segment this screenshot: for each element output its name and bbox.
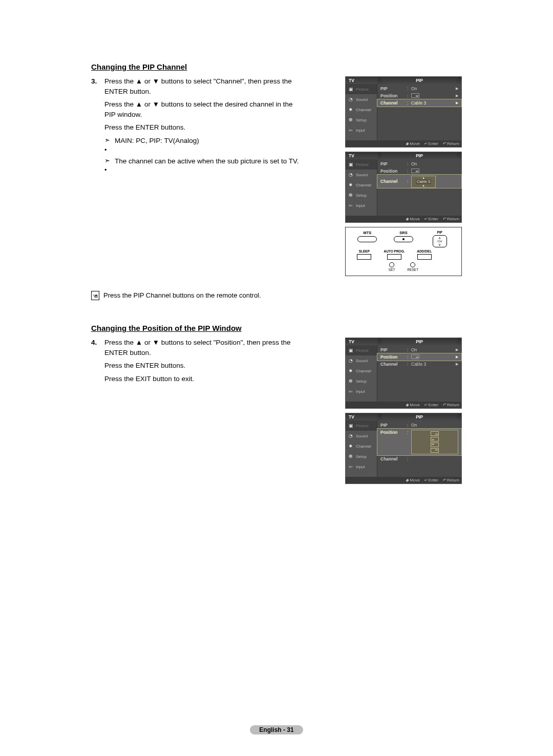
osd-header-title: PIP — [377, 152, 461, 159]
nav-setup[interactable]: ❁Setup — [346, 190, 377, 200]
chevron-right-icon: ▶ — [456, 101, 458, 105]
osd-header-tv: TV — [346, 152, 377, 159]
step-text: Press the ENTER buttons. — [104, 361, 305, 371]
enter-icon: ↵ — [424, 141, 428, 146]
step-text: Press the ▲ or ▼ buttons to select "Posi… — [104, 338, 305, 358]
remote-note-row: 🖲 Press the PIP Channel buttons on the r… — [91, 290, 462, 300]
remote-sleep-button[interactable] — [357, 254, 371, 260]
input-icon: ⇦ — [348, 127, 354, 133]
position-icon — [411, 354, 419, 359]
return-icon: ↶ — [442, 141, 446, 146]
nav-sound[interactable]: ◔Sound — [346, 431, 377, 441]
chevron-up-icon: ∧ — [438, 236, 441, 240]
move-icon: ◆ — [406, 141, 409, 146]
osd-row-position[interactable]: Position: ▶ — [377, 92, 461, 99]
remote-set-button[interactable] — [389, 262, 394, 267]
nav-picture[interactable]: ▣Picture — [346, 421, 377, 431]
osd-row-pip[interactable]: PIP: On ▶ — [377, 346, 461, 353]
remote-icon: 🖲 — [91, 291, 99, 300]
remote-reset-button[interactable] — [410, 262, 415, 267]
chevron-right-icon: ▶ — [456, 94, 458, 98]
osd-header-tv: TV — [346, 77, 377, 84]
section-changing-pip-position: Changing the Position of the PIP Window … — [91, 324, 462, 488]
remote-autoprog-button[interactable] — [387, 254, 401, 260]
step-text: Press the ▲ or ▼ buttons to select the d… — [104, 99, 305, 119]
osd-menu: TV PIP ▣Picture ◔Sound ✸Channel ❁Setup ⇦… — [345, 76, 462, 148]
page-footer: English - 31 — [0, 725, 553, 734]
osd-row-pip[interactable]: PIP: On — [377, 160, 461, 167]
chevron-down-icon: ▼ — [422, 184, 425, 187]
position-icon — [411, 169, 419, 173]
osd-row-pip[interactable]: PIP: On ▶ — [377, 85, 461, 92]
nav-input[interactable]: ⇦Input — [346, 200, 377, 211]
nav-setup[interactable]: ❁Setup — [346, 376, 377, 386]
osd-row-position[interactable]: Position: — [377, 167, 461, 175]
osd-row-position-picker[interactable]: Position: — [377, 429, 461, 455]
picture-icon: ▣ — [348, 86, 354, 92]
remote-adddel-button[interactable] — [417, 254, 432, 260]
chevron-down-icon: ∨ — [438, 243, 441, 246]
position-option-br[interactable] — [431, 431, 439, 436]
position-option-bl[interactable] — [431, 437, 439, 442]
nav-channel[interactable]: ✸Channel — [346, 104, 377, 115]
nav-sound[interactable]: ◔Sound — [346, 355, 377, 366]
nav-setup[interactable]: ❁Setup — [346, 115, 377, 125]
channel-spinner[interactable]: ▲ Cable 3 ▼ — [411, 176, 436, 188]
nav-input[interactable]: ⇦Input — [346, 386, 377, 396]
position-option-tl[interactable] — [431, 443, 439, 447]
osd-menu: TV PIP ▣Picture ◔Sound ✸Channel ❁Setup ⇦… — [345, 413, 462, 484]
step-number: 4. — [91, 338, 99, 387]
nav-channel[interactable]: ✸Channel — [346, 441, 377, 451]
position-picker[interactable] — [411, 430, 458, 454]
section-title: Changing the PIP Channel — [91, 62, 462, 71]
nav-channel[interactable]: ✸Channel — [346, 180, 377, 190]
section-title: Changing the Position of the PIP Window — [91, 324, 462, 332]
osd-row-position[interactable]: Position: ▶ — [377, 353, 461, 361]
nav-sound[interactable]: ◔Sound — [346, 170, 377, 180]
content-row: 3. Press the ▲ or ▼ buttons to select "C… — [91, 76, 462, 276]
osd-row-channel-spinner[interactable]: Channel: ▲ Cable 3 ▼ — [377, 175, 461, 188]
bullet-icon: ➣ • — [104, 136, 112, 155]
osd-row-channel[interactable]: Channel: Cable 3 ▶ — [377, 361, 461, 368]
bullet-icon: ➣ • — [104, 156, 112, 176]
remote-srs-button[interactable] — [394, 236, 413, 242]
note-text: MAIN: PC, PIP: TV(Analog) — [115, 136, 199, 146]
page-number: English - 31 — [250, 725, 303, 734]
step-text: Press the ENTER buttons. — [104, 122, 305, 133]
nav-sound[interactable]: ◔Sound — [346, 94, 377, 104]
nav-picture[interactable]: ▣Picture — [346, 84, 377, 94]
osd-header-title: PIP — [377, 77, 461, 84]
remote-panel: MTS SRS PIP ∧ CH ∨ SLEEP AUTO PROG. — [345, 227, 462, 276]
osd-row-channel[interactable]: Channel: Cable 3 ▶ — [377, 99, 461, 107]
setup-icon: ❁ — [348, 117, 354, 123]
remote-mts-button[interactable] — [357, 236, 377, 242]
nav-picture[interactable]: ▣Picture — [346, 345, 377, 355]
nav-input[interactable]: ⇦Input — [346, 461, 377, 472]
text-column: 3. Press the ▲ or ▼ buttons to select "C… — [91, 76, 305, 276]
osd-menu: TV PIP ▣Picture ◔Sound ✸Channel ❁Setup ⇦… — [345, 338, 462, 409]
step-text: Press the ▲ or ▼ buttons to select "Chan… — [104, 76, 305, 96]
remote-note-text: Press the PIP Channel buttons on the rem… — [103, 291, 261, 299]
osd-nav: ▣Picture ◔Sound ✸Channel ❁Setup ⇦Input — [346, 84, 377, 140]
step-3: 3. Press the ▲ or ▼ buttons to select "C… — [91, 76, 305, 175]
position-option-tr[interactable] — [431, 448, 439, 453]
nav-input[interactable]: ⇦Input — [346, 125, 377, 135]
chevron-right-icon: ▶ — [456, 87, 458, 91]
osd-row-pip[interactable]: PIP: On — [377, 422, 461, 429]
step-number: 3. — [91, 76, 99, 175]
step-text: Press the EXIT button to exit. — [104, 374, 305, 384]
channel-icon: ✸ — [348, 107, 354, 113]
osd-menu: TV PIP ▣Picture ◔Sound ✸Channel ❁Setup ⇦… — [345, 152, 462, 223]
step-4: 4. Press the ▲ or ▼ buttons to select "P… — [91, 338, 305, 387]
sound-icon: ◔ — [348, 96, 354, 102]
remote-pip-ch-button[interactable]: ∧ CH ∨ — [433, 235, 447, 247]
osd-footer: ◆Move ↵Enter ↶Return — [346, 140, 461, 147]
section-changing-pip-channel: Changing the PIP Channel 3. Press the ▲ … — [91, 62, 462, 300]
nav-picture[interactable]: ▣Picture — [346, 159, 377, 170]
nav-channel[interactable]: ✸Channel — [346, 366, 377, 376]
osd-column: TV PIP ▣Picture ◔Sound ✸Channel ❁Setup ⇦… — [345, 76, 462, 276]
note-line: ➣ • The channel can be active when the s… — [104, 156, 305, 176]
note-text: The channel can be active when the sub p… — [115, 156, 299, 166]
osd-row-channel[interactable]: Channel: — [377, 455, 461, 463]
nav-setup[interactable]: ❁Setup — [346, 451, 377, 461]
